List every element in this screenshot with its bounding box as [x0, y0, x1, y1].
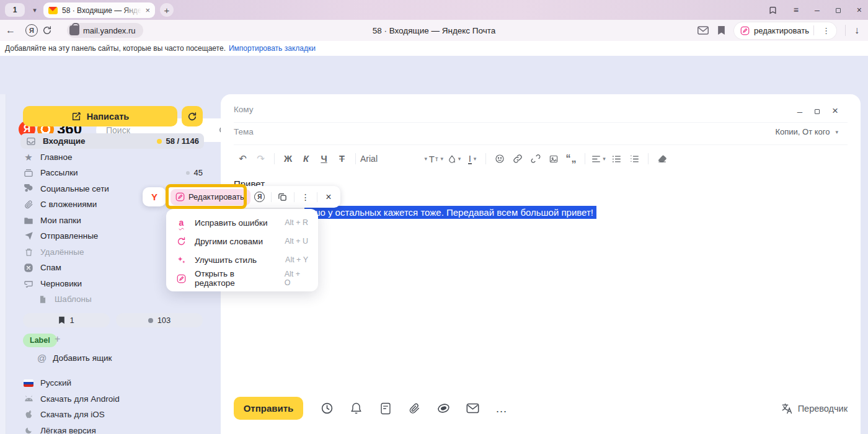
edit-selection-button[interactable]: Редактировать — [170, 189, 250, 205]
url-field[interactable]: mail.yandex.ru — [67, 23, 143, 38]
compose-collapse-icon[interactable] — [815, 105, 820, 117]
light-version-link[interactable]: Лёгкая версия — [23, 426, 96, 434]
attach-file-icon[interactable] — [400, 402, 429, 414]
restore-window-icon[interactable] — [836, 5, 841, 15]
yandex-popup-button[interactable]: Y — [143, 187, 166, 206]
close-window-icon[interactable]: × — [857, 5, 862, 15]
yandex-browser-icon[interactable]: Я — [25, 24, 38, 37]
notify-bell-icon[interactable] — [342, 402, 371, 415]
sidebar-item-main[interactable]: ★ Главное — [23, 149, 203, 165]
bookmark-flag-icon[interactable] — [717, 25, 725, 35]
alice-ya-icon[interactable]: Я — [253, 190, 267, 204]
template-note-icon[interactable] — [371, 402, 400, 415]
add-mailbox-button[interactable]: @ Добавить ящик — [37, 353, 112, 363]
font-family-select[interactable]: Arial ▾ — [360, 154, 427, 164]
align-icon[interactable]: ▾ — [590, 151, 608, 167]
sidebar-item-templates[interactable]: Шаблоны — [37, 291, 203, 307]
font-name: Arial — [360, 154, 378, 164]
divider — [234, 122, 848, 123]
yandex-mail-favicon — [48, 7, 58, 14]
link-icon[interactable] — [508, 151, 526, 167]
mail-notifier-icon[interactable] — [698, 26, 709, 35]
unlink-icon[interactable] — [526, 151, 544, 167]
more-actions-icon[interactable]: … — [487, 402, 516, 415]
russian-flag-icon — [23, 379, 34, 388]
browser-tab[interactable]: 58 · Входящие — Яндек × — [43, 2, 155, 18]
compose-close-icon[interactable]: × — [832, 105, 838, 117]
folder-label: С вложениями — [40, 200, 97, 209]
refresh-mail-button[interactable] — [182, 106, 203, 126]
unread-filter-pill[interactable]: 103 — [116, 313, 203, 327]
font-size-icon[interactable]: Tт▾ — [427, 151, 445, 167]
sidebar-item-inbox[interactable]: Входящие 58 / 1146 — [20, 133, 204, 149]
download-icon[interactable]: ↓ — [854, 25, 859, 36]
subject-field[interactable]: Тема — [234, 127, 254, 136]
folder-icon — [23, 215, 34, 226]
ios-download-link[interactable]: Скачать для iOS — [23, 410, 105, 419]
popup-close-icon[interactable]: × — [322, 190, 335, 204]
redo-icon[interactable]: ↷ — [252, 151, 270, 167]
import-bookmarks-link[interactable]: Импортировать закладки — [229, 44, 316, 53]
copy-icon[interactable] — [276, 190, 290, 204]
menu-item-improve-style[interactable]: Улучшить стиль Alt + Y — [166, 250, 318, 269]
side-panel-icon[interactable] — [768, 6, 777, 15]
bullet-list-icon[interactable] — [608, 151, 626, 167]
cc-from-toggle[interactable]: Копии, От кого ▾ — [775, 127, 838, 136]
compose-button[interactable]: Написать — [23, 106, 177, 126]
numbered-list-icon[interactable] — [626, 151, 644, 167]
folder-label: Черновики — [40, 279, 82, 288]
tab-list-chevron-icon[interactable]: ▾ — [27, 3, 42, 17]
pinned-filter-pill[interactable]: 1 — [23, 313, 110, 327]
compose-minimize-icon[interactable]: – — [797, 106, 802, 117]
android-download-link[interactable]: Скачать для Android — [23, 394, 120, 404]
folder-label: Входящие — [43, 136, 85, 146]
new-tab-button[interactable]: + — [160, 3, 174, 17]
browser-menu-icon[interactable]: ≡ — [794, 5, 799, 15]
bold-icon[interactable]: Ж — [279, 151, 297, 167]
star-icon: ★ — [23, 152, 34, 163]
browser-edit-button[interactable]: редактировать ⋮ — [734, 22, 836, 39]
edit-pen-icon — [175, 192, 185, 202]
folder-label: Шаблоны — [55, 294, 92, 304]
schedule-send-icon[interactable] — [312, 402, 342, 415]
moon-icon — [23, 427, 34, 434]
divider — [845, 25, 846, 36]
newsletters-icon — [23, 167, 34, 179]
tab-counter-button[interactable]: 1 — [5, 3, 25, 17]
minimize-window-icon[interactable]: – — [815, 5, 820, 15]
selected-text[interactable]: ошо у остальных кажется тоже. Передавай … — [304, 206, 596, 219]
browser-tab-bar: 1 ▾ 58 · Входящие — Яндек × + ≡ – × — [0, 0, 868, 20]
add-label-icon[interactable]: + — [55, 334, 60, 345]
underline-icon[interactable]: Ч — [315, 151, 333, 167]
menu-item-rephrase[interactable]: Другими словами Alt + U — [166, 232, 318, 250]
undo-icon[interactable]: ↶ — [234, 151, 252, 167]
menu-item-fix-errors[interactable]: a Исправить ошибки Alt + R — [166, 213, 318, 232]
text-color-icon[interactable]: I▾ — [463, 151, 481, 167]
sidebar-item-newsletters[interactable]: Рассылки 45 — [23, 165, 203, 180]
back-icon[interactable]: ← — [0, 25, 21, 36]
highlight-color-icon[interactable]: ▾ — [445, 151, 463, 167]
label-tag[interactable]: Label — [23, 334, 57, 347]
refresh-icon[interactable] — [42, 25, 63, 35]
emoji-icon[interactable] — [490, 151, 508, 167]
strikethrough-icon[interactable]: Т — [333, 151, 351, 167]
popup-kebab-icon[interactable]: ⋮ — [299, 190, 312, 204]
to-field[interactable]: Кому — [234, 105, 254, 114]
formatting-toolbar: ↶ ↷ Ж К Ч Т Arial ▾ Tт▾ ▾ I▾ “„ — [234, 149, 848, 168]
quote-icon[interactable]: “„ — [562, 151, 580, 167]
language-link[interactable]: Русский — [23, 378, 71, 388]
italic-icon[interactable]: К — [297, 151, 315, 167]
compose-window-controls: – × — [797, 105, 838, 117]
eraser-icon[interactable] — [653, 151, 671, 167]
edit-kebab-icon[interactable]: ⋮ — [818, 26, 834, 35]
menu-item-open-editor[interactable]: Открыть в редакторе Alt + O — [166, 269, 318, 288]
send-button[interactable]: Отправить — [234, 397, 303, 420]
attach-from-mail-icon[interactable] — [458, 403, 487, 414]
menu-item-label: Открыть в редакторе — [195, 269, 277, 288]
attach-from-disk-icon[interactable] — [429, 402, 458, 414]
insert-image-icon[interactable] — [544, 151, 562, 167]
bookmarks-hint: Добавляйте на эту панель сайты, которые … — [5, 44, 226, 53]
chat-icon — [23, 184, 34, 195]
tab-close-icon[interactable]: × — [145, 6, 150, 15]
translator-button[interactable]: Переводчик — [781, 402, 848, 415]
